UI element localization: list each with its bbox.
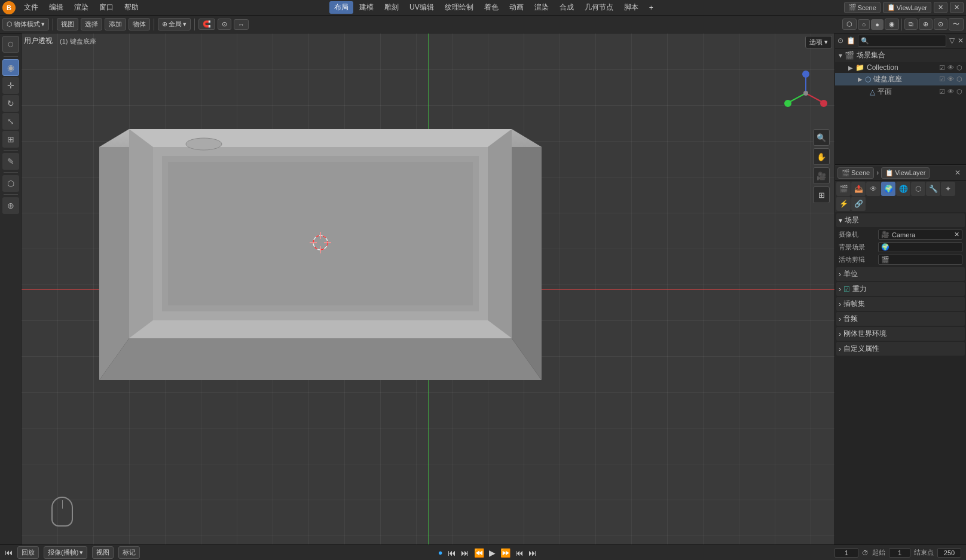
add-tool-btn[interactable]: ⊕ [2, 197, 19, 214]
scene-selector[interactable]: 🎬 Scene [844, 2, 881, 13]
go-end-btn[interactable]: ⏭ [528, 548, 537, 558]
rigid-world-section-header[interactable]: › 刚体世界环境 [836, 327, 965, 341]
kb-restrict-icon[interactable]: ⬡ [956, 75, 962, 83]
camera-value[interactable]: 🎥 Camera ✕ [878, 229, 962, 240]
menu-window[interactable]: 窗口 [94, 1, 118, 14]
framerate-menu[interactable]: 报像(播帧) ▾ [44, 546, 87, 559]
annotate-tool-btn[interactable]: ✎ [2, 153, 19, 170]
workspace-selector-btn[interactable]: ⬡ [2, 36, 19, 53]
playback-menu[interactable]: 回放 [17, 546, 39, 559]
prev-keyframe-btn[interactable]: ⏭ [461, 548, 469, 558]
outliner-icon-2[interactable]: 📋 [846, 35, 855, 47]
active-clip-value[interactable]: 🎬 [878, 255, 962, 265]
zoom-to-fit-btn[interactable]: 🔍 [813, 129, 830, 146]
next-keyframe-btn[interactable]: ⏮ [515, 548, 524, 558]
view-menu-timeline[interactable]: 视图 [92, 546, 114, 559]
go-start-btn[interactable]: ⏮ [448, 548, 456, 558]
start-frame-input[interactable] [889, 548, 910, 558]
prev-frame-btn[interactable]: ⏪ [474, 548, 484, 558]
viewport-shade-3[interactable]: ● [871, 19, 884, 30]
grid-toggle-btn[interactable]: ⊞ [813, 186, 830, 203]
workspace-shading[interactable]: 着色 [479, 1, 503, 14]
scene-section-header[interactable]: ▾ 场景 [836, 213, 965, 227]
keying-section-header[interactable]: › 插帧集 [836, 297, 965, 311]
transform-btn[interactable]: ↔ [234, 19, 249, 30]
workspace-animation[interactable]: 动画 [505, 1, 528, 14]
gravity-section-header[interactable]: › ☑ 重力 [836, 282, 965, 296]
props-tab-object[interactable]: ⬡ [911, 182, 925, 196]
props-tab-world[interactable]: 🌐 [896, 182, 910, 196]
workspace-scripting[interactable]: 脚本 [619, 1, 643, 14]
props-tab-scene[interactable]: 🌍 [881, 182, 895, 196]
collection-render-icon[interactable]: ☑ [939, 64, 945, 72]
props-close-btn[interactable]: ✕ [952, 167, 964, 179]
kb-visible-icon[interactable]: 👁 [947, 75, 954, 83]
outliner-close-btn[interactable]: ✕ [957, 35, 964, 47]
viewlayer-selector[interactable]: 📋 ViewLayer [883, 2, 931, 13]
workspace-layout[interactable]: 布局 [329, 1, 353, 14]
audio-section-header[interactable]: › 音频 [836, 312, 965, 326]
viewport-shade-2[interactable]: ○ [858, 19, 870, 30]
global-selector[interactable]: ⊕ 全局 ▾ [158, 18, 191, 30]
props-viewlayer-btn[interactable]: 📋 ViewLayer [881, 167, 930, 179]
viewport-header-icon2[interactable]: 〜 [949, 18, 964, 30]
outliner-filter-btn[interactable]: ▽ [949, 35, 955, 47]
workspace-geonodes[interactable]: 几何节点 [580, 1, 618, 14]
plane-render-icon[interactable]: ☑ [939, 88, 945, 96]
close-btn[interactable]: ✕ [934, 2, 947, 13]
camera-close-icon[interactable]: ✕ [954, 231, 959, 238]
tree-item-plane[interactable]: △ 平面 ☑ 👁 ⬡ [835, 85, 966, 98]
menu-edit[interactable]: 编辑 [44, 1, 68, 14]
proportional-btn[interactable]: ⊙ [218, 19, 231, 30]
props-tab-particles[interactable]: ✦ [941, 182, 955, 196]
next-frame-btn[interactable]: ⏩ [500, 548, 510, 558]
viewport-header-icon1[interactable]: ⊙ [934, 19, 947, 30]
viewport-3d[interactable]: 用户透视 (1) 键盘底座 选项 ▾ [22, 33, 834, 544]
units-section-header[interactable]: › 单位 [836, 267, 965, 281]
workspace-rendering[interactable]: 渲染 [530, 1, 554, 14]
mode-selector[interactable]: ⬡ 物体模式 ▾ [2, 18, 49, 30]
move-tool-btn[interactable]: ✛ [2, 77, 19, 94]
measure-tool-btn[interactable]: ⬡ [2, 175, 19, 192]
navigation-gizmo[interactable] [782, 69, 830, 117]
snap-btn[interactable]: 🧲 [198, 19, 215, 30]
menu-file[interactable]: 文件 [19, 1, 43, 14]
rotate-tool-btn[interactable]: ↻ [2, 95, 19, 112]
viewport-options-btn[interactable]: 选项 ▾ [805, 36, 832, 48]
props-tab-render[interactable]: 🎬 [836, 182, 851, 196]
props-tab-constraints[interactable]: 🔗 [851, 197, 866, 211]
outliner-search-input[interactable] [858, 35, 946, 47]
tree-item-collection[interactable]: ▶ 📁 Collection ☑ 👁 ⬡ [835, 62, 966, 73]
workspace-add[interactable]: + [644, 2, 658, 13]
props-tab-physics[interactable]: ⚡ [836, 197, 851, 211]
plane-restrict-icon[interactable]: ⬡ [956, 88, 962, 96]
collection-restrict-icon[interactable]: ⬡ [956, 64, 962, 72]
viewport-shade-1[interactable]: ⬡ [842, 19, 857, 30]
scale-tool-btn[interactable]: ⤡ [2, 113, 19, 130]
play-btn[interactable]: ▶ [489, 548, 496, 558]
transform-tool-btn[interactable]: ⊞ [2, 131, 19, 148]
menu-help[interactable]: 帮助 [120, 1, 143, 14]
outliner-icon-1[interactable]: ⊙ [837, 35, 844, 47]
end-frame-input[interactable] [937, 548, 961, 558]
workspace-sculpt[interactable]: 雕刻 [380, 1, 403, 14]
workspace-modeling[interactable]: 建模 [354, 1, 378, 14]
gizmo-btn[interactable]: ⊕ [919, 19, 933, 30]
marker-menu[interactable]: 标记 [118, 546, 140, 559]
viewport-shade-4[interactable]: ◉ [885, 19, 899, 30]
workspace-uv[interactable]: UV编辑 [405, 1, 439, 14]
custom-props-section-header[interactable]: › 自定义属性 [836, 342, 965, 356]
workspace-texture[interactable]: 纹理绘制 [440, 1, 478, 14]
kb-render-icon[interactable]: ☑ [939, 75, 945, 83]
menu-render[interactable]: 渲染 [69, 1, 93, 14]
props-tab-modifier[interactable]: 🔧 [926, 182, 940, 196]
view-menu[interactable]: 视图 [57, 18, 78, 30]
tree-item-keyboard-base[interactable]: ▶ ⬡ 键盘底座 ☑ 👁 ⬡ [835, 73, 966, 85]
pan-btn[interactable]: ✋ [813, 148, 830, 165]
plane-visible-icon[interactable]: 👁 [947, 88, 954, 96]
overlays-btn[interactable]: ⧉ [904, 19, 918, 30]
props-tab-output[interactable]: 📤 [851, 182, 866, 196]
viewlayer-close-btn[interactable]: ✕ [950, 2, 964, 13]
bg-scene-value[interactable]: 🌍 [878, 242, 962, 252]
collection-visible-icon[interactable]: 👁 [947, 64, 954, 72]
